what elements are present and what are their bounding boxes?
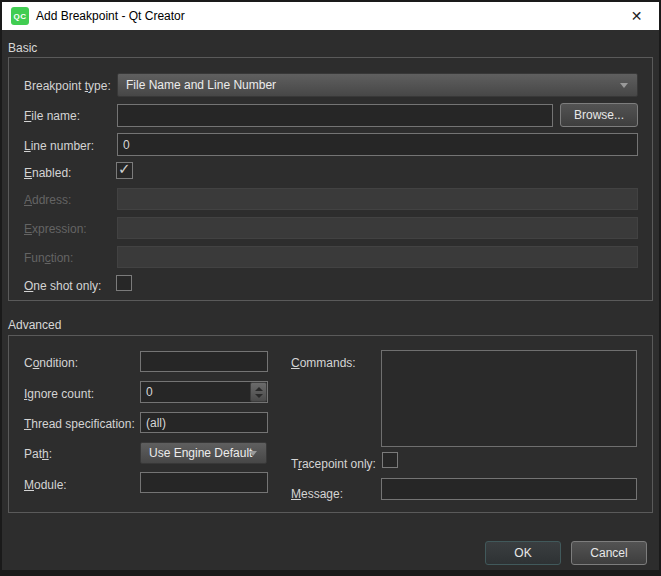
spin-down-icon[interactable]: [255, 394, 263, 398]
message-label: Message:: [291, 487, 343, 501]
expression-input: [117, 217, 638, 239]
one-shot-only-label: One shot only:: [24, 279, 101, 293]
module-label: Module:: [24, 478, 67, 492]
title-bar[interactable]: QC Add Breakpoint - Qt Creator ✕: [2, 2, 659, 30]
enabled-checkbox[interactable]: ✓: [116, 162, 133, 179]
basic-group-label: Basic: [8, 41, 37, 55]
breakpoint-type-label: Breakpoint type:: [24, 79, 111, 93]
function-input: [117, 246, 638, 268]
condition-input[interactable]: [140, 351, 268, 372]
browse-button[interactable]: Browse...: [560, 103, 638, 127]
ok-button[interactable]: OK: [485, 541, 561, 565]
condition-label: Condition:: [24, 356, 78, 370]
close-icon[interactable]: ✕: [614, 2, 659, 30]
breakpoint-type-value: File Name and Line Number: [126, 78, 276, 92]
one-shot-only-checkbox[interactable]: [116, 275, 132, 291]
address-label: Address:: [24, 193, 71, 207]
advanced-group-label: Advanced: [8, 318, 61, 332]
commands-textarea[interactable]: [381, 350, 637, 447]
dialog-body: Basic Breakpoint type: File Name and Lin…: [0, 30, 661, 576]
file-name-input[interactable]: [117, 104, 553, 127]
add-breakpoint-dialog: QC Add Breakpoint - Qt Creator ✕ Basic B…: [0, 0, 661, 576]
breakpoint-type-select[interactable]: File Name and Line Number: [117, 73, 638, 97]
path-select[interactable]: Use Engine Default: [140, 442, 267, 464]
ignore-count-spinner[interactable]: [250, 382, 267, 402]
spin-up-icon[interactable]: [255, 387, 263, 391]
qt-creator-logo-icon: QC: [11, 7, 29, 25]
window-title: Add Breakpoint - Qt Creator: [36, 9, 185, 23]
enabled-label: Enabled:: [24, 166, 71, 180]
tracepoint-only-label: Tracepoint only:: [291, 457, 376, 471]
tracepoint-only-checkbox[interactable]: [382, 452, 398, 468]
thread-specification-label: Thread specification:: [24, 417, 135, 431]
chevron-down-icon: [620, 83, 628, 88]
path-value: Use Engine Default: [149, 446, 252, 460]
chevron-down-icon: [249, 451, 257, 456]
ignore-count-input[interactable]: [140, 381, 268, 403]
expression-label: Expression:: [24, 222, 87, 236]
address-input: [117, 188, 638, 210]
commands-label: Commands:: [291, 356, 356, 370]
line-number-label: Line number:: [24, 139, 94, 153]
path-label: Path:: [24, 447, 52, 461]
thread-specification-input[interactable]: [140, 412, 268, 433]
file-name-label: File name:: [24, 109, 80, 123]
function-label: Function:: [24, 251, 73, 265]
check-icon: ✓: [118, 160, 131, 178]
message-input[interactable]: [381, 478, 637, 500]
module-input[interactable]: [140, 472, 268, 493]
cancel-button[interactable]: Cancel: [571, 541, 647, 565]
ignore-count-label: Ignore count:: [24, 387, 94, 401]
line-number-input[interactable]: [117, 133, 638, 156]
